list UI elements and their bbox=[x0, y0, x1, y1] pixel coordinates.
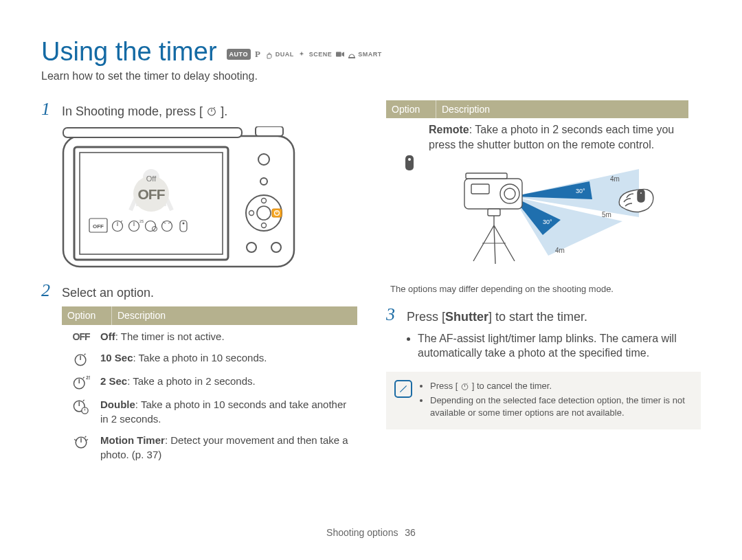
option-10sec-row: 10 Sec: Take a photo in 10 seconds. bbox=[62, 346, 357, 370]
step-1-text-b: ]. bbox=[221, 104, 227, 118]
options-table-left: Option Description OFF Off: The timer is… bbox=[62, 306, 357, 464]
note-icon bbox=[394, 380, 412, 398]
s3b: ] to start the timer. bbox=[488, 310, 587, 324]
hdr-description-r: Description bbox=[436, 100, 688, 119]
svg-rect-49 bbox=[471, 184, 489, 194]
step-1-text: In Shooting mode, press [ ]. bbox=[62, 100, 227, 120]
camera-illustration: Off OFF OFF 2S bbox=[62, 126, 295, 271]
svg-text:30°: 30° bbox=[576, 188, 585, 194]
note-box: Press [ ] to cancel the timer. Depending… bbox=[386, 372, 701, 430]
step-3-bullets: The AF-assist light/timer lamp blinks. T… bbox=[405, 331, 701, 361]
timer-icon-small bbox=[460, 382, 469, 391]
page-title: Using the timer bbox=[41, 38, 217, 65]
svg-point-38 bbox=[408, 158, 411, 161]
remote-row: Remote: Take a photo in 2 seconds each t… bbox=[386, 118, 688, 273]
hdr-description: Description bbox=[112, 306, 357, 325]
svg-text:30°: 30° bbox=[543, 219, 552, 225]
timer-2s-icon: 2S bbox=[62, 374, 100, 390]
page-root: Using the timer AUTO P DUAL SCENE SMART … bbox=[0, 0, 742, 560]
remote-desc: Remote: Take a photo in 2 seconds each t… bbox=[429, 122, 684, 152]
svg-text:OFF: OFF bbox=[93, 223, 104, 229]
svg-rect-48 bbox=[466, 173, 507, 179]
step-1-text-a: In Shooting mode, press [ bbox=[62, 104, 203, 118]
badge-p: P bbox=[255, 48, 260, 60]
svg-text:2S: 2S bbox=[139, 219, 144, 223]
svg-rect-4 bbox=[63, 128, 242, 137]
dist-b: 5m bbox=[602, 211, 611, 219]
step-2-text: Select an option. bbox=[62, 282, 154, 301]
subtitle: Learn how to set the timer to delay shoo… bbox=[41, 69, 701, 84]
svg-rect-1 bbox=[348, 57, 355, 58]
svg-rect-0 bbox=[336, 52, 341, 57]
step-3-bullet-1: The AF-assist light/timer lamp blinks. T… bbox=[418, 331, 701, 361]
options-table-right-header: Option Description bbox=[386, 100, 688, 119]
step-2: 2 Select an option. bbox=[41, 282, 356, 301]
left-column: 1 In Shooting mode, press [ ]. bbox=[41, 100, 356, 464]
note-line-1: Press [ ] to cancel the timer. bbox=[430, 380, 693, 392]
note-list: Press [ ] to cancel the timer. Depending… bbox=[419, 380, 693, 422]
off-icon: OFF bbox=[62, 329, 100, 344]
option-2sec-row: 2S 2 Sec: Take a photo in 2 seconds. bbox=[62, 370, 357, 393]
timer-double-icon bbox=[62, 397, 100, 415]
svg-rect-37 bbox=[405, 155, 414, 170]
footer-page-number: 36 bbox=[405, 527, 416, 538]
remote-icon bbox=[390, 122, 429, 267]
remote-figure: 30° 30° 4m 5m 4m bbox=[433, 158, 673, 268]
step-2-number: 2 bbox=[41, 282, 55, 300]
s3a: Press [ bbox=[407, 310, 445, 324]
option-motion-desc: Motion Timer: Detect your movement and t… bbox=[100, 433, 357, 462]
svg-point-52 bbox=[640, 192, 642, 194]
timer-10s-icon bbox=[62, 350, 100, 367]
badge-scene: SCENE bbox=[309, 50, 333, 58]
options-table-right: Option Description Remote: Take a photo … bbox=[386, 100, 688, 300]
timer-motion-icon bbox=[62, 433, 100, 449]
step-1-number: 1 bbox=[41, 100, 55, 118]
title-row: Using the timer AUTO P DUAL SCENE SMART bbox=[41, 38, 701, 65]
svg-point-47 bbox=[504, 188, 515, 199]
columns: 1 In Shooting mode, press [ ]. bbox=[41, 100, 701, 464]
step-3-text: Press [Shutter] to start the timer. bbox=[407, 306, 587, 325]
hdr-option: Option bbox=[62, 306, 112, 325]
option-double-desc: Double: Take a photo in 10 seconds and t… bbox=[100, 397, 357, 426]
hdr-option-r: Option bbox=[386, 100, 436, 119]
option-2sec-desc: 2 Sec: Take a photo in 2 seconds. bbox=[100, 374, 357, 388]
step-3-number: 3 bbox=[386, 306, 400, 324]
options-footnote: The options may differ depending on the … bbox=[386, 273, 688, 300]
right-column: Option Description Remote: Take a photo … bbox=[386, 100, 701, 464]
step-1: 1 In Shooting mode, press [ ]. bbox=[41, 100, 356, 120]
badge-smart: SMART bbox=[358, 50, 382, 58]
smart-icon bbox=[347, 51, 354, 58]
video-icon bbox=[336, 51, 343, 58]
option-motion-row: Motion Timer: Detect your movement and t… bbox=[62, 429, 357, 464]
timer-icon bbox=[206, 106, 217, 117]
dist-c: 4m bbox=[555, 247, 565, 254]
svg-point-19 bbox=[183, 222, 185, 224]
screen-label-big: OFF bbox=[138, 186, 166, 202]
options-table-header: Option Description bbox=[62, 306, 357, 325]
badge-dual: DUAL bbox=[276, 50, 294, 58]
s3bold: Shutter bbox=[445, 310, 488, 324]
svg-text:2S: 2S bbox=[86, 375, 90, 380]
option-10sec-desc: 10 Sec: Take a photo in 10 seconds. bbox=[100, 350, 357, 365]
footer-section: Shooting options bbox=[326, 527, 398, 538]
svg-rect-5 bbox=[256, 126, 283, 136]
dist-a: 4m bbox=[610, 175, 620, 183]
screen-label-small: Off bbox=[146, 175, 157, 183]
svg-rect-50 bbox=[488, 209, 500, 216]
option-double-row: Double: Take a photo in 10 seconds and t… bbox=[62, 393, 357, 429]
badge-auto: AUTO bbox=[227, 49, 251, 60]
hand-icon bbox=[265, 51, 271, 58]
option-off-row: OFF Off: The timer is not active. bbox=[62, 325, 357, 346]
step-3: 3 Press [Shutter] to start the timer. bbox=[386, 306, 701, 325]
option-off-desc: Off: The timer is not active. bbox=[100, 329, 357, 344]
note-line-2: Depending on the selected face detection… bbox=[430, 394, 693, 418]
mode-badges: AUTO P DUAL SCENE SMART bbox=[227, 48, 382, 65]
page-footer: Shooting options 36 bbox=[0, 526, 742, 539]
sparkle-icon bbox=[298, 51, 305, 58]
